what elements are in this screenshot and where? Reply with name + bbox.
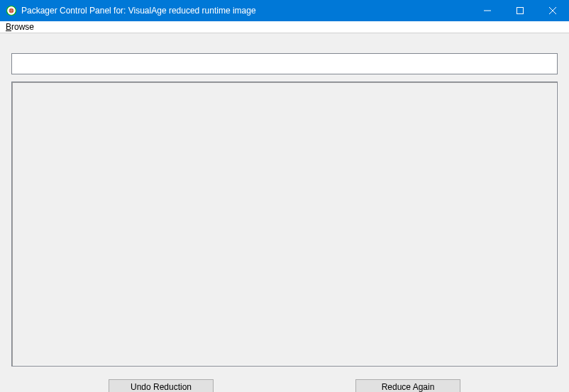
window-title: Packager Control Panel for: VisualAge re… <box>21 6 256 16</box>
maximize-button[interactable] <box>504 0 536 21</box>
mid-button-row: Undo Reduction Reduce Again <box>11 379 558 392</box>
minimize-button[interactable] <box>471 0 504 21</box>
titlebar: Packager Control Panel for: VisualAge re… <box>0 0 569 21</box>
app-icon <box>6 5 17 16</box>
svg-rect-2 <box>517 8 524 14</box>
close-button[interactable] <box>536 0 569 21</box>
undo-reduction-button[interactable]: Undo Reduction <box>109 379 214 392</box>
menu-browse[interactable]: Browse <box>3 21 37 33</box>
client-area: Undo Reduction Reduce Again Choose Instr… <box>0 33 569 392</box>
reduce-again-button[interactable]: Reduce Again <box>355 379 460 392</box>
results-list[interactable] <box>11 82 558 366</box>
status-textbox[interactable] <box>11 53 558 74</box>
menu-browse-rest: rowse <box>11 22 34 32</box>
menubar: Browse <box>0 21 569 33</box>
